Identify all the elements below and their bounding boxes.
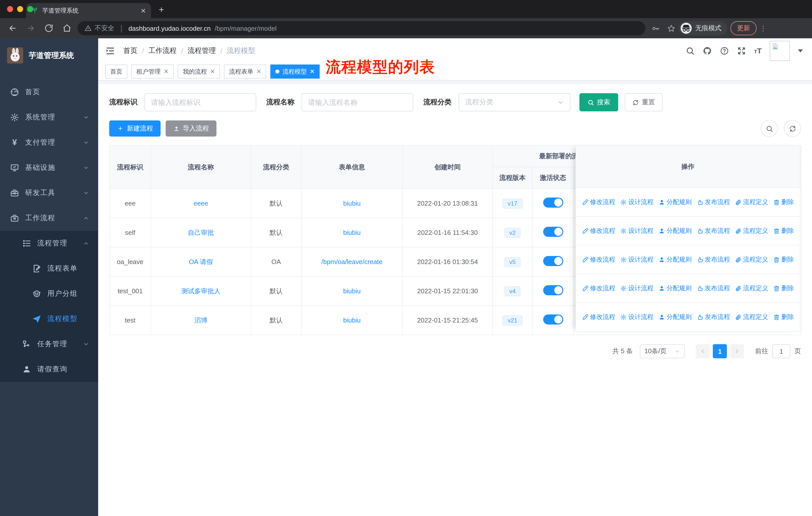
prev-page-button[interactable] [696,344,710,358]
refresh-table-button[interactable] [784,120,801,137]
definition-action-link[interactable]: 流程定义 [735,198,768,206]
tab-close-icon[interactable]: ✕ [141,7,146,15]
active-toggle[interactable] [543,315,563,325]
assign-action-link[interactable]: 分配规则 [659,198,692,206]
form-info-link[interactable]: biubiu [343,229,360,236]
tag-首页[interactable]: 首页 [105,64,127,79]
key-icon[interactable] [651,24,660,32]
address-bar[interactable]: 不安全 | dashboard.yudao.iocoder.cn/bpm/man… [78,21,645,35]
edit-action-link[interactable]: 修改流程 [582,198,615,206]
edit-action-link[interactable]: 修改流程 [582,226,615,235]
search-icon[interactable] [686,46,694,55]
forward-icon[interactable] [26,24,35,33]
browser-menu-icon[interactable]: ⋮ [760,27,765,29]
tag-流程表单[interactable]: 流程表单✕ [224,64,266,79]
assign-action-link[interactable]: 分配规则 [659,284,692,293]
definition-action-link[interactable]: 流程定义 [735,313,768,321]
search-button[interactable]: 搜索 [579,93,618,111]
bookmark-star-icon[interactable] [667,24,675,32]
delete-action-link[interactable]: 删除 [773,284,794,293]
sidebar-item-task-manage[interactable]: 任务管理 [0,332,98,357]
assign-action-link[interactable]: 分配规则 [659,313,692,321]
publish-action-link[interactable]: 发布流程 [697,313,730,321]
delete-action-link[interactable]: 删除 [773,255,794,264]
assign-action-link[interactable]: 分配规则 [659,255,692,264]
filter-id-input[interactable] [144,93,256,111]
sidebar-item-pay[interactable]: ¥支付管理 [0,130,98,155]
sidebar-item-bpm-form[interactable]: 流程表单 [0,256,98,281]
publish-action-link[interactable]: 发布流程 [697,284,730,293]
breadcrumb-bpm-manage[interactable]: 流程管理 [188,46,216,55]
tag-租户管理[interactable]: 租户管理✕ [132,64,174,79]
sidebar-item-bpm-model[interactable]: 流程模型 [0,306,98,332]
github-icon[interactable] [702,46,712,55]
maximize-window-button[interactable] [27,6,33,12]
definition-action-link[interactable]: 流程定义 [735,255,768,264]
design-action-link[interactable]: 设计流程 [620,313,654,321]
process-name-link[interactable]: 滔博 [194,316,207,324]
sidebar-item-system[interactable]: 系统管理 [0,105,98,130]
design-action-link[interactable]: 设计流程 [620,284,654,293]
assign-action-link[interactable]: 分配规则 [659,226,692,235]
form-info-link[interactable]: biubiu [343,199,360,207]
edit-action-link[interactable]: 修改流程 [582,284,615,293]
reset-button[interactable]: 重置 [625,93,663,111]
filter-category-select[interactable]: 流程分类 [459,93,570,111]
goto-page-input[interactable] [772,344,790,358]
breadcrumb-home[interactable]: 首页 [123,46,138,55]
close-icon[interactable]: ✕ [256,68,261,75]
close-icon[interactable]: ✕ [310,68,315,75]
sidebar-item-leave-query[interactable]: 请假查询 [0,357,98,382]
avatar[interactable] [770,40,790,61]
logo-row[interactable]: 芋道管理系统 [0,38,98,69]
sidebar-item-user-group[interactable]: 用户分组 [0,281,98,306]
sidebar-item-devtools[interactable]: 研发工具 [0,181,98,206]
minimize-window-button[interactable] [17,6,23,12]
import-process-button[interactable]: 导入流程 [166,120,216,137]
close-window-button[interactable] [7,6,13,12]
publish-action-link[interactable]: 发布流程 [697,198,730,206]
edit-action-link[interactable]: 修改流程 [582,255,615,264]
hamburger-icon[interactable] [105,46,115,56]
design-action-link[interactable]: 设计流程 [620,255,654,264]
design-action-link[interactable]: 设计流程 [620,226,654,235]
filter-name-input[interactable] [301,93,413,111]
update-button[interactable]: 更新 [730,21,757,35]
page-number-current[interactable]: 1 [713,344,727,358]
process-name-link[interactable]: OA 请假 [189,258,213,265]
design-action-link[interactable]: 设计流程 [620,198,654,206]
tag-我的流程[interactable]: 我的流程✕ [178,64,220,79]
form-info-link[interactable]: /bpm/oa/leave/create [321,258,383,266]
create-process-button[interactable]: ＋ 新建流程 [109,120,161,137]
active-toggle[interactable] [543,197,563,208]
close-icon[interactable]: ✕ [210,68,215,75]
publish-action-link[interactable]: 发布流程 [697,255,730,264]
delete-action-link[interactable]: 删除 [773,198,794,206]
sidebar-item-workflow[interactable]: 工作流程 [0,206,98,231]
close-icon[interactable]: ✕ [164,68,169,75]
active-toggle[interactable] [543,227,563,237]
tag-流程模型[interactable]: 流程模型✕ [270,64,320,79]
security-warning[interactable]: 不安全 [85,24,114,33]
form-info-link[interactable]: biubiu [343,287,360,295]
show-search-button[interactable] [761,120,778,137]
breadcrumb-workflow[interactable]: 工作流程 [148,46,177,55]
edit-action-link[interactable]: 修改流程 [582,313,615,321]
font-size-icon[interactable]: TT [754,46,762,55]
publish-action-link[interactable]: 发布流程 [697,226,730,235]
definition-action-link[interactable]: 流程定义 [735,226,768,235]
fullscreen-icon[interactable] [737,46,746,55]
help-icon[interactable] [720,46,729,55]
delete-action-link[interactable]: 删除 [773,313,794,321]
sidebar-item-bpm-manage[interactable]: 流程管理 [0,231,98,256]
next-page-button[interactable] [730,344,744,358]
browser-tab[interactable]: 芋道管理系统 ✕ [26,3,151,18]
process-name-link[interactable]: 测试多审批人 [181,287,221,295]
page-size-select[interactable]: 10条/页 [640,344,685,358]
delete-action-link[interactable]: 删除 [773,226,794,235]
sidebar-item-home[interactable]: 首页 [0,80,98,105]
chevron-down-icon[interactable] [798,49,803,52]
reload-icon[interactable] [44,24,53,33]
process-name-link[interactable]: 自己审批 [188,228,214,236]
incognito-badge[interactable]: 无痕模式 [678,21,727,35]
